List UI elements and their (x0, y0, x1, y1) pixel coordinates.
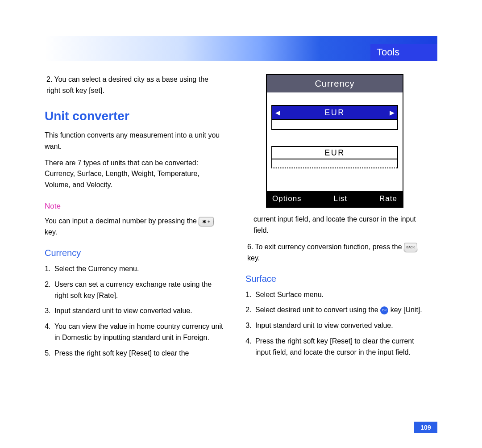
softkey-left[interactable]: Options (272, 193, 302, 205)
left-column: You can select a desired city as a base … (45, 74, 223, 363)
note-text-a: You can input a decimal number by pressi… (45, 217, 199, 225)
step-item: You can select a desired city as a base … (45, 74, 223, 96)
star-key-icon: ✱ + (199, 217, 214, 226)
arrow-left-icon[interactable]: ◀ (272, 106, 283, 119)
surface-step2-a: Select desired unit to convert using the (255, 306, 380, 314)
page-number: 109 (414, 422, 437, 433)
step-item: Select Surface menu. (253, 289, 424, 301)
currency-output-label: EUR (271, 146, 398, 159)
step6-text-a: To exit currency conversion function, pr… (255, 243, 404, 251)
step-item: Select the Currency menu. (53, 264, 223, 275)
currency-selector[interactable]: ◀ EUR ▶ (271, 105, 398, 120)
phone-screen-title: Currency (267, 75, 403, 92)
note-label: Note (45, 201, 223, 212)
step5-continuation: current input field, and locate the curs… (245, 214, 424, 236)
step-item: To exit currency conversion function, pr… (245, 242, 424, 264)
body-text: This function converts any measurement i… (45, 130, 223, 152)
header-band: Tools (45, 36, 437, 61)
step-item: You can view the value in home country c… (53, 321, 223, 343)
header-title-tab: Tools (370, 44, 437, 61)
surface-step2-b: key [Unit]. (391, 306, 422, 314)
phone-softkeys: Options List Rate (267, 191, 403, 207)
currency-selected-value: EUR (283, 106, 386, 119)
manual-page: Tools You can select a desired city as a… (45, 36, 437, 363)
back-key-icon: BACK (403, 243, 417, 252)
right-column: Currency ◀ EUR ▶ EUR Options List Rate (245, 74, 424, 363)
body-text: There are 7 types of units that can be c… (45, 158, 223, 191)
header-title: Tools (377, 46, 399, 58)
arrow-right-icon[interactable]: ▶ (386, 106, 397, 119)
currency-steps: Select the Currency menu. Users can set … (53, 264, 223, 359)
footer-divider (45, 429, 437, 429)
subsection-heading-surface: Surface (245, 272, 424, 286)
step-item: Users can set a currency exchange rate u… (53, 279, 223, 301)
step-item: Input standard unit to view converted va… (53, 306, 223, 317)
softkey-right[interactable]: Rate (379, 193, 397, 205)
step-item: Press the right soft key [Reset] to clea… (253, 336, 424, 358)
subsection-heading-currency: Currency (45, 246, 223, 260)
note-text-b: key. (45, 228, 57, 236)
step-item: Select desired unit to convert using the… (253, 305, 424, 316)
note-text: You can input a decimal number by pressi… (45, 216, 223, 238)
phone-screenshot: Currency ◀ EUR ▶ EUR Options List Rate (266, 74, 403, 208)
step-item: Input standard unit to view converted va… (253, 320, 424, 331)
content-columns: You can select a desired city as a base … (45, 74, 437, 363)
ok-key-icon: OK (380, 306, 388, 314)
step-item: Press the right soft key [Reset] to clea… (53, 348, 223, 359)
step6-text-b: key. (247, 254, 260, 262)
currency-input-field[interactable] (271, 120, 398, 130)
currency-output-field (271, 159, 398, 168)
currency-steps-continued: To exit currency conversion function, pr… (245, 242, 424, 264)
softkey-middle[interactable]: List (334, 193, 347, 205)
phone-screen-body: ◀ EUR ▶ EUR (267, 92, 403, 191)
prev-section-continuation: You can select a desired city as a base … (45, 74, 223, 96)
surface-steps: Select Surface menu. Select desired unit… (253, 289, 424, 358)
section-heading-unit-converter: Unit converter (45, 106, 223, 126)
